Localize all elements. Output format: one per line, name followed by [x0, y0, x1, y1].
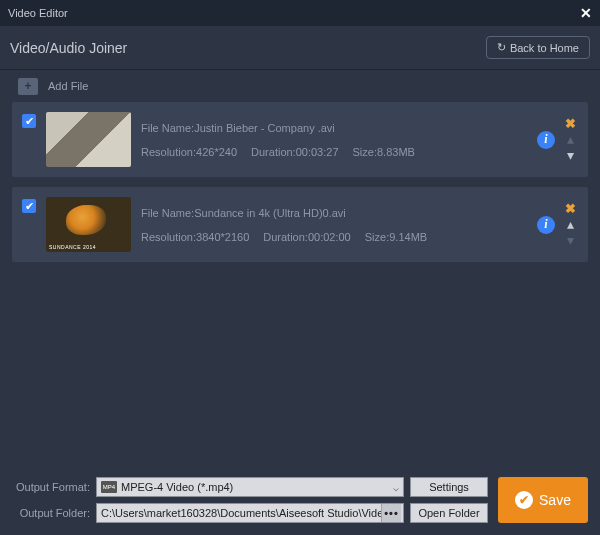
output-format-label: Output Format:: [12, 481, 90, 493]
remove-icon[interactable]: ✖: [565, 117, 576, 130]
size-value: 8.83MB: [377, 146, 415, 158]
filename-value: Justin Bieber - Company .avi: [194, 122, 335, 134]
info-icon[interactable]: i: [537, 131, 555, 149]
resolution-value: 3840*2160: [196, 231, 249, 243]
output-format-select[interactable]: MP4 MPEG-4 Video (*.mp4) ⌵: [96, 477, 404, 497]
settings-label: Settings: [429, 481, 469, 493]
open-folder-button[interactable]: Open Folder: [410, 503, 488, 523]
item-controls: ✖ ▴ ▾: [565, 117, 578, 162]
move-up-icon[interactable]: ▴: [567, 132, 574, 146]
save-label: Save: [539, 492, 571, 508]
save-button[interactable]: ✔ Save: [498, 477, 588, 523]
page-title: Video/Audio Joiner: [10, 40, 127, 56]
footer-left: Output Format: MP4 MPEG-4 Video (*.mp4) …: [12, 477, 488, 523]
chevron-down-icon: ⌵: [393, 482, 399, 493]
info-icon[interactable]: i: [537, 216, 555, 234]
resolution-label: Resolution:: [141, 231, 196, 243]
thumbnail[interactable]: [46, 197, 131, 252]
filename-label: File Name:: [141, 207, 194, 219]
add-file-row: Add File: [0, 70, 600, 102]
add-file-label[interactable]: Add File: [48, 80, 88, 92]
output-folder-label: Output Folder:: [12, 507, 90, 519]
mp4-icon: MP4: [101, 481, 117, 493]
footer: Output Format: MP4 MPEG-4 Video (*.mp4) …: [0, 467, 600, 535]
back-to-home-button[interactable]: ↻ Back to Home: [486, 36, 590, 59]
size-value: 9.14MB: [389, 231, 427, 243]
duration-value: 00:02:00: [308, 231, 351, 243]
resolution-label: Resolution:: [141, 146, 196, 158]
back-to-home-label: Back to Home: [510, 42, 579, 54]
move-down-icon[interactable]: ▾: [567, 233, 574, 247]
thumbnail[interactable]: [46, 112, 131, 167]
item-meta: File Name:Justin Bieber - Company .avi R…: [141, 122, 527, 158]
checkbox[interactable]: ✔: [22, 114, 36, 128]
size-label: Size:: [353, 146, 377, 158]
duration-value: 00:03:27: [296, 146, 339, 158]
item-meta: File Name:Sundance in 4k (Ultra HD)0.avi…: [141, 207, 527, 243]
duration-label: Duration:: [251, 146, 296, 158]
move-up-icon[interactable]: ▴: [567, 217, 574, 231]
move-down-icon[interactable]: ▾: [567, 148, 574, 162]
duration-label: Duration:: [263, 231, 308, 243]
browse-folder-button[interactable]: •••: [381, 504, 401, 522]
list-item[interactable]: ✔ File Name:Sundance in 4k (Ultra HD)0.a…: [12, 187, 588, 262]
filename-value: Sundance in 4k (Ultra HD)0.avi: [194, 207, 346, 219]
output-folder-value: C:\Users\market160328\Documents\Aiseesof…: [101, 507, 389, 519]
output-format-value: MPEG-4 Video (*.mp4): [121, 481, 233, 493]
item-controls: ✖ ▴ ▾: [565, 202, 578, 247]
add-file-icon[interactable]: [18, 78, 38, 95]
check-icon: ✔: [515, 491, 533, 509]
window-title: Video Editor: [8, 7, 68, 19]
resolution-value: 426*240: [196, 146, 237, 158]
filename-label: File Name:: [141, 122, 194, 134]
app-window: Video Editor ✕ Video/Audio Joiner ↻ Back…: [0, 0, 600, 535]
size-label: Size:: [365, 231, 389, 243]
settings-button[interactable]: Settings: [410, 477, 488, 497]
remove-icon[interactable]: ✖: [565, 202, 576, 215]
titlebar: Video Editor ✕: [0, 0, 600, 26]
reload-icon: ↻: [497, 41, 506, 54]
file-list: ✔ File Name:Justin Bieber - Company .avi…: [0, 102, 600, 467]
header: Video/Audio Joiner ↻ Back to Home: [0, 26, 600, 70]
checkbox[interactable]: ✔: [22, 199, 36, 213]
output-folder-input[interactable]: C:\Users\market160328\Documents\Aiseesof…: [96, 503, 404, 523]
open-folder-label: Open Folder: [418, 507, 479, 519]
list-item[interactable]: ✔ File Name:Justin Bieber - Company .avi…: [12, 102, 588, 177]
close-icon[interactable]: ✕: [580, 5, 592, 21]
